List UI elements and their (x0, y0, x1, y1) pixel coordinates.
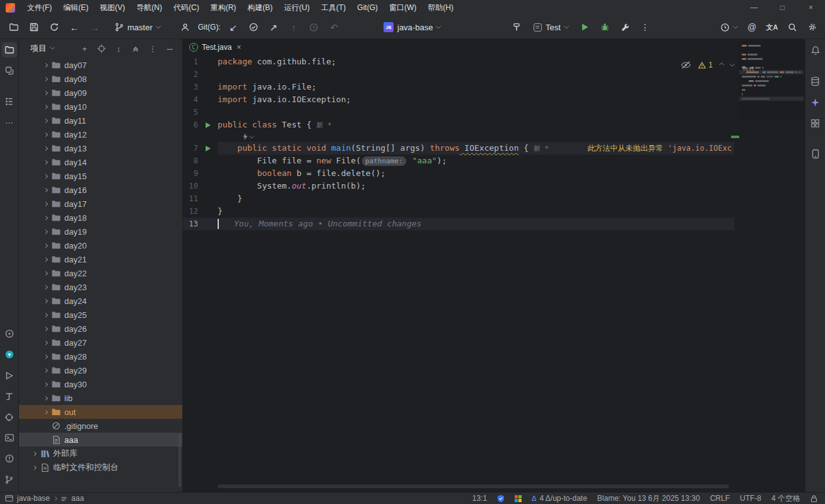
tree-item-day11[interactable]: day11 (19, 114, 182, 127)
menu-item-3[interactable]: 导航(N) (131, 0, 168, 15)
more-options-icon[interactable]: ⋮ (146, 42, 159, 55)
project-widget[interactable]: JB java-base (378, 18, 445, 36)
expand-collapse-icon[interactable]: ↕ (112, 42, 125, 55)
code-line-7[interactable]: 7 public static void main(String[] args)… (183, 142, 805, 155)
todo-toolwindow-icon[interactable] (2, 389, 17, 404)
ai-assistant-icon[interactable] (808, 95, 823, 110)
warning-count-badge[interactable]: 1 (698, 61, 713, 69)
tree-item-day20[interactable]: day20 (19, 238, 182, 252)
menu-item-8[interactable]: 工具(T) (315, 0, 351, 15)
tree-item-day18[interactable]: day18 (19, 211, 182, 225)
code-line-2[interactable]: 2 (183, 68, 805, 81)
tree-item-lib[interactable]: lib (19, 391, 182, 405)
maven-toolwindow-icon[interactable] (808, 115, 823, 131)
code-line-8[interactable]: 8 File file = new File(pathname: "aaa"); (183, 155, 805, 167)
inline-warning-message[interactable]: 此方法中从未抛出异常 'java.io.IOExc (588, 142, 732, 155)
menu-item-4[interactable]: 代码(C) (168, 0, 205, 15)
rollback-icon[interactable]: ↶ (325, 18, 343, 36)
notifications-icon[interactable] (808, 43, 823, 58)
sync-icon[interactable] (45, 18, 63, 36)
tree-item-day24[interactable]: day24 (19, 294, 182, 308)
fetch-icon[interactable]: ↑ (285, 18, 303, 36)
tree-item-day25[interactable]: day25 (19, 308, 182, 322)
run-config-widget[interactable]: Test (529, 18, 573, 36)
maximize-button[interactable]: □ (768, 0, 797, 15)
tree-item-day26[interactable]: day26 (19, 322, 182, 336)
tree-item-day16[interactable]: day16 (19, 183, 182, 197)
branch-widget[interactable]: master (110, 18, 165, 36)
menu-item-11[interactable]: 帮助(H) (422, 0, 459, 15)
code-vision-inlay[interactable] (183, 131, 805, 142)
breadcrumb-file[interactable]: aaa (71, 494, 84, 503)
tree-item-out[interactable]: out (19, 405, 182, 419)
project-scrollbar[interactable] (178, 433, 181, 487)
color-grid-icon[interactable] (515, 495, 522, 502)
tab-close-icon[interactable]: × (237, 43, 241, 52)
push-icon[interactable]: ↗ (265, 18, 283, 36)
commit-icon[interactable] (245, 18, 262, 36)
at-mention-icon[interactable]: @ (743, 18, 761, 36)
horizontal-scrollbar[interactable] (218, 484, 729, 488)
tree-item-day09[interactable]: day09 (19, 86, 182, 100)
update-project-icon[interactable]: ↙ (225, 18, 242, 36)
git-sync-widget[interactable]: Δ 4 Δ/up-to-date (532, 494, 587, 503)
minimap[interactable]: Test (739, 40, 804, 121)
menu-item-9[interactable]: Git(G) (351, 0, 383, 15)
menu-item-10[interactable]: 窗口(W) (383, 0, 422, 15)
encoding-widget[interactable]: UTF-8 (740, 494, 761, 503)
caret-position-widget[interactable]: 13:1 (472, 494, 487, 503)
blame-widget[interactable]: Blame: You 13 6月 2025 13:30 (597, 493, 700, 504)
tree-item-external-libraries[interactable]: 外部库 (19, 447, 182, 460)
tree-item-day19[interactable]: day19 (19, 225, 182, 238)
collapse-all-icon[interactable] (129, 42, 142, 55)
project-panel-title[interactable]: 项目 (30, 43, 47, 54)
services-toolwindow-icon[interactable] (2, 326, 17, 341)
menu-item-0[interactable]: 文件(F) (21, 0, 57, 15)
tree-item-day14[interactable]: day14 (19, 155, 182, 169)
tree-item-day22[interactable]: day22 (19, 266, 182, 280)
code-line-6[interactable]: 6public class Test { 新 * (183, 119, 805, 131)
code-line-3[interactable]: 3import java.io.File; (183, 81, 805, 93)
endpoints-toolwindow-icon[interactable] (2, 409, 17, 425)
line-separator-widget[interactable]: CRLF (710, 494, 730, 503)
tree-item-scratches[interactable]: 临时文件和控制台 (19, 460, 182, 474)
translate-icon[interactable]: 文A (763, 18, 781, 36)
highlighting-level-icon[interactable] (681, 61, 691, 69)
code-line-5[interactable]: 5 (183, 106, 805, 119)
forward-icon[interactable]: → (86, 18, 103, 36)
settings-icon[interactable] (804, 18, 821, 36)
tree-item-day30[interactable]: day30 (19, 377, 182, 391)
commit-toolwindow-icon[interactable] (2, 63, 17, 78)
code-line-12[interactable]: 12} (183, 205, 805, 218)
run-button[interactable] (576, 18, 594, 36)
tree-item-day13[interactable]: day13 (19, 141, 182, 155)
project-toolwindow-icon[interactable] (2, 42, 17, 57)
tree-item-day17[interactable]: day17 (19, 197, 182, 211)
user-icon[interactable] (177, 18, 194, 36)
hide-panel-icon[interactable]: ─ (163, 42, 176, 55)
minimize-button[interactable]: — (740, 0, 768, 15)
tree-item-day27[interactable]: day27 (19, 336, 182, 349)
menu-item-2[interactable]: 视图(V) (94, 0, 131, 15)
back-icon[interactable]: ← (66, 18, 83, 36)
tree-item-day08[interactable]: day08 (19, 72, 182, 86)
structure-toolwindow-icon[interactable] (2, 94, 17, 109)
tree-item-day29[interactable]: day29 (19, 363, 182, 377)
database-toolwindow-icon[interactable] (808, 74, 823, 89)
search-everywhere-icon[interactable] (783, 18, 801, 36)
menu-item-6[interactable]: 构建(B) (242, 0, 278, 15)
tree-item-aaa[interactable]: aaa (19, 433, 182, 447)
readonly-lock-icon[interactable] (810, 495, 817, 503)
tree-item-day15[interactable]: day15 (19, 169, 182, 183)
code-with-me-widget[interactable] (717, 18, 740, 36)
device-manager-icon[interactable] (808, 146, 823, 161)
next-problem-icon[interactable] (730, 61, 735, 66)
menu-item-5[interactable]: 重构(R) (205, 0, 242, 15)
code-line-10[interactable]: 10 System.out.println(b); (183, 180, 805, 192)
code-line-4[interactable]: 4import java.io.IOException; (183, 93, 805, 106)
tree-item-day07[interactable]: day07 (19, 58, 182, 72)
terminal-toolwindow-icon[interactable] (2, 430, 17, 445)
problems-toolwindow-icon[interactable] (2, 451, 17, 466)
more-toolwindows-icon[interactable]: ⋯ (2, 115, 17, 130)
run-toolwindow-icon[interactable] (2, 368, 17, 383)
